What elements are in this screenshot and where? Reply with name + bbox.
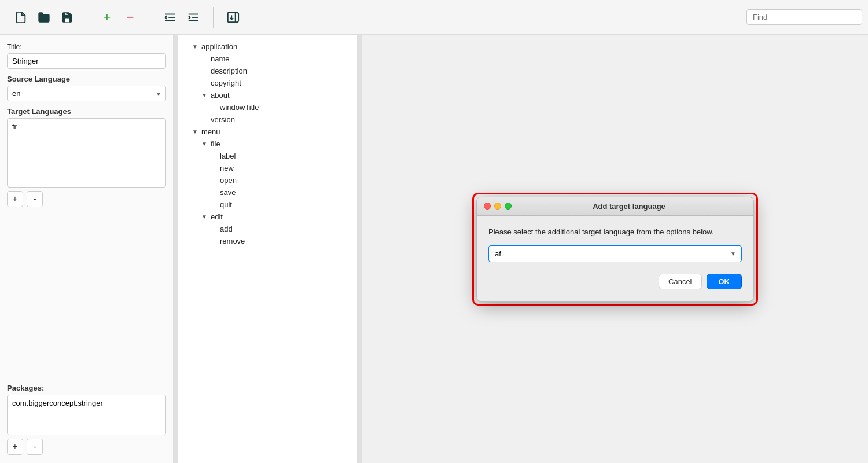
tree-item-label: name [211, 54, 230, 63]
left-resize-handle[interactable] [174, 35, 178, 463]
tree-arrow-icon: ▼ [201, 92, 208, 98]
source-language-select-wrap: en ▼ [7, 86, 166, 101]
new-file-button[interactable] [10, 7, 31, 28]
tree-arrow-icon: ▼ [192, 43, 199, 50]
tree-arrow-icon: ▼ [201, 141, 208, 147]
tree-item-label: about [211, 91, 230, 100]
tree-item[interactable]: description [178, 65, 357, 77]
find-input[interactable] [746, 9, 862, 25]
tree-item[interactable]: add [178, 223, 357, 235]
remove-target-language-button[interactable]: - [27, 191, 43, 207]
modal-footer: Cancel OK [488, 274, 742, 292]
title-section: Title: [7, 43, 166, 69]
tree-item[interactable]: ▼file [178, 138, 357, 150]
tree-item-label: add [220, 225, 233, 233]
main-area: Title: Source Language en ▼ Target Langu… [0, 35, 868, 463]
left-panel: Title: Source Language en ▼ Target Langu… [0, 35, 174, 463]
tree-item-label: label [220, 152, 236, 160]
modal-body: Please select the additional target lang… [477, 216, 753, 301]
packages-section: Packages: com.biggerconcept.stringer + - [7, 384, 166, 455]
tree-item-label: application [201, 42, 237, 51]
modal-select-wrap: afsqamarhyazeubebnbsbgcacebzhcohrcsdanle… [488, 245, 742, 262]
tree-item[interactable]: quit [178, 199, 357, 211]
maximize-window-button[interactable] [505, 203, 512, 210]
traffic-lights [484, 203, 512, 210]
remove-button[interactable]: − [120, 7, 141, 28]
tree-panel: ▼applicationnamedescriptioncopyright▼abo… [178, 35, 358, 463]
cancel-button[interactable]: Cancel [659, 274, 701, 289]
remove-package-button[interactable]: - [27, 439, 43, 455]
tree-item[interactable]: ▼edit [178, 211, 357, 223]
tree-item-label: edit [211, 212, 223, 221]
tree-arrow-icon: ▼ [201, 214, 208, 220]
tree-arrow-icon: ▼ [192, 128, 199, 135]
tree-item-label: windowTitle [220, 103, 259, 112]
tree-item-label: open [220, 176, 237, 185]
title-label: Title: [7, 43, 166, 51]
indent-decrease-button[interactable] [160, 7, 181, 28]
save-button[interactable] [57, 7, 78, 28]
tree-item[interactable]: ▼menu [178, 126, 357, 138]
edit-buttons-group: + − [92, 7, 145, 28]
tree-item-label: quit [220, 200, 232, 209]
tree-item-label: save [220, 188, 236, 197]
add-target-language-button[interactable]: + [7, 191, 23, 207]
tree-item[interactable]: ▼about [178, 89, 357, 101]
source-language-section: Source Language en ▼ [7, 75, 166, 101]
toolbar: + − [0, 0, 868, 35]
tree-item[interactable]: label [178, 150, 357, 162]
modal-highlight-border: Add target language Please select the ad… [472, 193, 758, 306]
tree-item[interactable]: windowTitle [178, 101, 357, 113]
tree-item[interactable]: copyright [178, 77, 357, 89]
tree-item-label: copyright [211, 79, 241, 87]
indent-increase-button[interactable] [183, 7, 204, 28]
target-languages-section: Target Languages fr + - [7, 107, 166, 207]
toolbar-divider-1 [87, 7, 87, 28]
tree-item[interactable]: ▼application [178, 41, 357, 53]
tree-item-label: description [211, 67, 247, 75]
language-select[interactable]: afsqamarhyazeubebnbsbgcacebzhcohrcsdanle… [488, 245, 742, 262]
source-language-label: Source Language [7, 75, 166, 83]
tree-item-label: menu [201, 127, 220, 136]
tree-item[interactable]: open [178, 174, 357, 186]
tree-item-label: remove [220, 237, 245, 245]
new-folder-button[interactable] [34, 7, 54, 28]
modal-description: Please select the additional target lang… [488, 227, 742, 236]
close-window-button[interactable] [484, 203, 491, 210]
tree-item[interactable]: name [178, 53, 357, 65]
export-buttons-group [218, 7, 248, 28]
file-buttons-group [6, 7, 82, 28]
toolbar-divider-3 [213, 7, 214, 28]
packages-label: Packages: [7, 384, 166, 392]
package-item: com.biggerconcept.stringer [12, 399, 161, 407]
indent-buttons-group [155, 7, 208, 28]
tree-item[interactable]: remove [178, 235, 357, 247]
minimize-window-button[interactable] [494, 203, 501, 210]
tree-item-label: file [211, 139, 220, 148]
export-button[interactable] [223, 7, 244, 28]
target-lang-btn-row: + - [7, 191, 166, 207]
right-resize-handle[interactable] [358, 35, 362, 463]
packages-btn-row: + - [7, 439, 166, 455]
ok-button[interactable]: OK [707, 274, 742, 289]
target-language-item: fr [12, 122, 161, 131]
tree-item[interactable]: save [178, 186, 357, 199]
title-input[interactable] [7, 53, 166, 69]
modal-title: Add target language [512, 202, 746, 211]
add-button[interactable]: + [97, 7, 117, 28]
tree-item-label: new [220, 164, 234, 172]
modal-titlebar: Add target language [477, 197, 753, 216]
modal-overlay: Add target language Please select the ad… [362, 35, 868, 463]
toolbar-divider-2 [150, 7, 150, 28]
tree-item[interactable]: new [178, 162, 357, 174]
source-language-select[interactable]: en [7, 86, 166, 101]
add-package-button[interactable]: + [7, 439, 23, 455]
target-languages-box[interactable]: fr [7, 118, 166, 188]
add-target-language-modal: Add target language Please select the ad… [476, 197, 754, 302]
tree-item[interactable]: version [178, 113, 357, 126]
tree-item-label: version [211, 115, 235, 124]
packages-box[interactable]: com.biggerconcept.stringer [7, 395, 166, 435]
content-area: Add target language Please select the ad… [362, 35, 868, 463]
target-languages-label: Target Languages [7, 107, 166, 116]
